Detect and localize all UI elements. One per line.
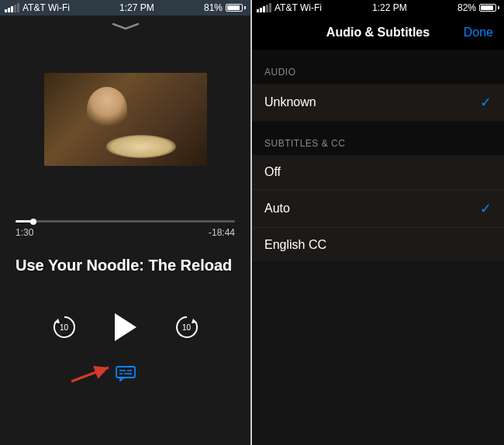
checkmark-icon: ✓ bbox=[480, 94, 492, 111]
status-bar: AT&T Wi-Fi 1:27 PM 81% bbox=[0, 0, 250, 16]
done-button[interactable]: Done bbox=[464, 26, 493, 40]
svg-rect-0 bbox=[116, 367, 135, 378]
subtitles-option-label: English CC bbox=[264, 238, 326, 252]
battery-fill bbox=[227, 5, 240, 10]
time-elapsed: 1:30 bbox=[16, 227, 33, 238]
signal-icon bbox=[5, 3, 19, 12]
subtitles-option-label: Auto bbox=[264, 202, 290, 216]
battery-fill bbox=[481, 5, 493, 10]
video-thumbnail[interactable] bbox=[44, 73, 207, 166]
subtitles-section: SUBTITLES & CC Off Auto ✓ English CC bbox=[252, 121, 504, 262]
carrier-label: AT&T Wi-Fi bbox=[22, 2, 70, 13]
play-button[interactable] bbox=[115, 313, 136, 341]
scrubber[interactable]: 1:30 -18:44 bbox=[16, 220, 235, 238]
nav-title: Audio & Subtitles bbox=[326, 26, 430, 40]
audio-option-row[interactable]: Unknown ✓ bbox=[252, 84, 504, 121]
skip-back-button[interactable]: 10 bbox=[51, 314, 78, 340]
battery-pct: 81% bbox=[204, 2, 223, 13]
drag-handle[interactable] bbox=[0, 16, 250, 34]
clock: 1:22 PM bbox=[372, 2, 407, 13]
skip-fwd-seconds: 10 bbox=[182, 323, 191, 332]
annotation-arrow bbox=[70, 361, 116, 385]
scrubber-knob[interactable] bbox=[30, 219, 36, 225]
subtitles-icon[interactable] bbox=[116, 366, 136, 381]
skip-forward-button[interactable]: 10 bbox=[174, 314, 200, 340]
audio-section: AUDIO Unknown ✓ bbox=[252, 50, 504, 121]
subtitles-option-label: Off bbox=[264, 165, 281, 179]
video-title: Use Your Noodle: The Reload bbox=[16, 257, 235, 274]
checkmark-icon: ✓ bbox=[480, 200, 492, 217]
audio-section-header: AUDIO bbox=[252, 50, 504, 84]
player-screen: AT&T Wi-Fi 1:27 PM 81% 1:30 -18:44 bbox=[0, 0, 252, 445]
nav-bar: Audio & Subtitles Done bbox=[252, 16, 504, 50]
time-remaining: -18:44 bbox=[209, 227, 235, 238]
skip-back-seconds: 10 bbox=[60, 323, 68, 332]
carrier-label: AT&T Wi-Fi bbox=[274, 2, 322, 13]
signal-icon bbox=[257, 3, 271, 12]
subtitles-option-off[interactable]: Off bbox=[252, 155, 504, 190]
subtitles-option-english-cc[interactable]: English CC bbox=[252, 228, 504, 262]
battery-icon bbox=[226, 4, 246, 12]
battery-pct: 82% bbox=[457, 2, 476, 13]
status-bar: AT&T Wi-Fi 1:22 PM 82% bbox=[252, 0, 504, 16]
clock: 1:27 PM bbox=[119, 2, 154, 13]
audio-option-label: Unknown bbox=[264, 95, 316, 109]
subtitles-option-auto[interactable]: Auto ✓ bbox=[252, 190, 504, 228]
subtitles-section-header: SUBTITLES & CC bbox=[252, 121, 504, 155]
battery-icon bbox=[479, 4, 499, 12]
subtitles-settings-screen: AT&T Wi-Fi 1:22 PM 82% Audio & Subtitles… bbox=[252, 0, 504, 445]
